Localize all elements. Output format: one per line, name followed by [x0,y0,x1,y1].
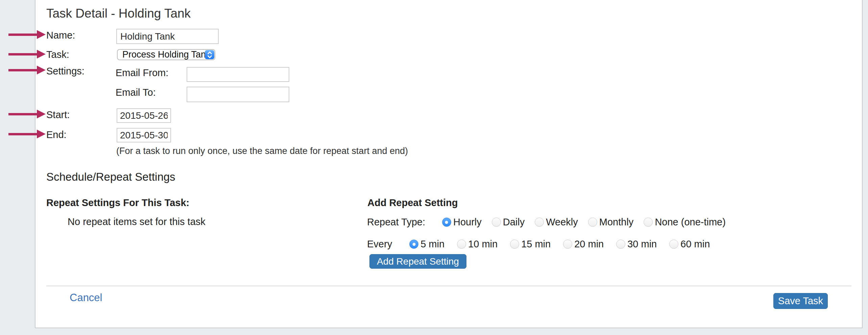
email-from-input[interactable] [187,67,289,82]
schedule-section-heading: Schedule/Repeat Settings [46,171,175,183]
add-repeat-heading: Add Repeat Setting [367,197,458,208]
arrow-icon-name [8,30,46,39]
radio-button-icon[interactable] [409,240,418,249]
radio-5-min-label: 5 min [420,239,444,250]
page-title: Task Detail - Holding Tank [46,6,191,21]
start-label: Start: [46,109,70,120]
radio-15-min-label: 15 min [521,239,551,250]
radio-30-min-label: 30 min [627,239,657,250]
radio-button-icon[interactable] [588,218,597,227]
radio-button-icon[interactable] [510,240,519,249]
radio-weekly[interactable]: Weekly [535,217,578,228]
name-input[interactable] [116,29,219,44]
radio-button-icon[interactable] [442,218,451,227]
name-label: Name: [46,29,75,41]
radio-daily-label: Daily [503,217,525,228]
email-to-label: Email To: [116,87,156,98]
date-help-note: (For a task to run only once, use the sa… [116,146,408,156]
radio-60-min[interactable]: 60 min [669,239,710,250]
arrow-icon-end [8,130,46,138]
radio-30-min[interactable]: 30 min [616,239,657,250]
email-to-input[interactable] [187,87,289,102]
radio-15-min[interactable]: 15 min [510,239,551,250]
no-repeat-items-message: No repeat items set for this task [68,216,206,227]
radio-daily[interactable]: Daily [492,217,525,228]
radio-10-min-label: 10 min [468,239,498,250]
end-date-input[interactable] [117,128,171,142]
existing-repeats-heading: Repeat Settings For This Task: [46,197,189,208]
radio-button-icon[interactable] [616,240,625,249]
save-task-button[interactable]: Save Task [773,293,828,309]
arrow-icon-task [8,50,46,59]
radio-button-icon[interactable] [669,240,678,249]
radio-5-min[interactable]: 5 min [409,239,444,250]
arrow-icon-start [8,110,46,118]
radio-monthly[interactable]: Monthly [588,217,634,228]
select-stepper-icon [205,50,214,59]
email-from-label: Email From: [116,67,168,79]
task-detail-page: { "page": { "title": "Task Detail - Hold… [0,0,868,335]
settings-label: Settings: [46,65,85,77]
arrow-icon-settings [8,66,46,74]
every-label: Every [367,239,392,250]
radio-none-label: None (one-time) [655,217,726,228]
radio-button-icon[interactable] [535,218,544,227]
end-label: End: [46,129,67,140]
radio-20-min-label: 20 min [574,239,604,250]
radio-button-icon[interactable] [563,240,572,249]
footer-divider [46,286,851,286]
radio-10-min[interactable]: 10 min [457,239,498,250]
task-select[interactable]: Process Holding Tank [117,49,215,60]
radio-hourly-label: Hourly [453,217,482,228]
every-interval-row: Every 5 min 10 min 15 min 20 min 30 min … [367,239,710,250]
cancel-link[interactable]: Cancel [70,292,102,304]
radio-button-icon[interactable] [457,240,466,249]
radio-weekly-label: Weekly [546,217,578,228]
radio-20-min[interactable]: 20 min [563,239,604,250]
radio-button-icon[interactable] [492,218,501,227]
task-select-value: Process Holding Tank [122,49,211,60]
radio-hourly[interactable]: Hourly [442,217,482,228]
radio-none-one-time[interactable]: None (one-time) [644,217,726,228]
start-date-input[interactable] [117,108,171,123]
radio-monthly-label: Monthly [599,217,634,228]
radio-60-min-label: 60 min [680,239,710,250]
add-repeat-setting-button[interactable]: Add Repeat Setting [369,254,466,269]
repeat-type-label: Repeat Type: [367,217,425,228]
radio-button-icon[interactable] [644,218,653,227]
task-label: Task: [46,49,69,60]
repeat-type-row: Repeat Type: Hourly Daily Weekly Monthly… [367,217,726,228]
